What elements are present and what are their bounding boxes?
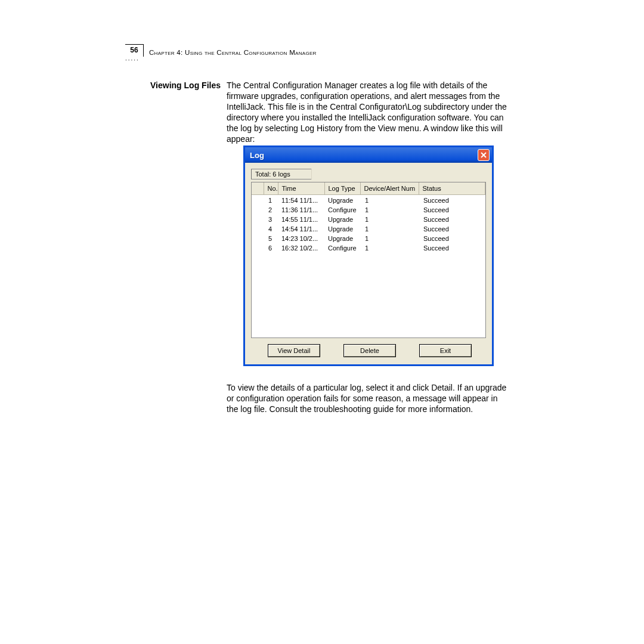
dialog-title: Log [250, 151, 264, 160]
exit-button[interactable]: Exit [419, 344, 472, 357]
row-status-cell: Succeed [419, 243, 485, 252]
col-header-type[interactable]: Log Type [324, 182, 360, 195]
row-status-cell: Succeed [419, 224, 485, 233]
table-row[interactable]: 616:32 10/2...Configure1Succeed [252, 243, 485, 252]
row-no-cell: 4 [264, 224, 278, 233]
row-status-cell: Succeed [419, 233, 485, 243]
row-status-cell: Succeed [419, 214, 485, 224]
total-logs-label: Total: 6 logs [251, 169, 311, 179]
row-device-cell: 1 [360, 195, 419, 205]
row-icon-cell [252, 195, 264, 205]
row-device-cell: 1 [360, 233, 419, 243]
row-time-cell: 16:32 10/2... [278, 243, 324, 252]
row-time-cell: 11:54 11/1... [278, 195, 324, 205]
row-no-cell: 6 [264, 243, 278, 252]
row-device-cell: 1 [360, 243, 419, 252]
dialog-button-row: View Detail Delete Exit [251, 338, 486, 357]
log-table-container[interactable]: No. Time Log Type Device/Alert Num Statu… [251, 182, 486, 338]
section-heading: Viewing Log Files [149, 80, 221, 90]
col-header-device[interactable]: Device/Alert Num [360, 182, 419, 195]
row-time-cell: 11:36 11/1... [278, 205, 324, 214]
row-type-cell: Upgrade [324, 214, 360, 224]
row-icon-cell [252, 233, 264, 243]
col-header-status[interactable]: Status [419, 182, 485, 195]
col-header-no[interactable]: No. [264, 182, 278, 195]
row-time-cell: 14:54 11/1... [278, 224, 324, 233]
row-icon-cell [252, 243, 264, 252]
close-button[interactable] [478, 149, 490, 161]
row-type-cell: Configure [324, 205, 360, 214]
row-no-cell: 2 [264, 205, 278, 214]
row-type-cell: Upgrade [324, 195, 360, 205]
document-page: 56 ····· Chapter 4: Using the Central Co… [0, 0, 644, 644]
page-number-dots: ····· [125, 57, 140, 63]
row-icon-cell [252, 214, 264, 224]
page-number: 56 [125, 44, 144, 57]
delete-button[interactable]: Delete [343, 344, 396, 357]
table-row[interactable]: 111:54 11/1...Upgrade1Succeed [252, 195, 485, 205]
row-no-cell: 3 [264, 214, 278, 224]
close-icon [480, 151, 487, 159]
row-status-cell: Succeed [419, 195, 485, 205]
row-device-cell: 1 [360, 214, 419, 224]
table-row[interactable]: 414:54 11/1...Upgrade1Succeed [252, 224, 485, 233]
row-time-cell: 14:55 11/1... [278, 214, 324, 224]
row-type-cell: Upgrade [324, 224, 360, 233]
body-paragraph-2: To view the details of a particular log,… [227, 382, 507, 414]
row-no-cell: 5 [264, 233, 278, 243]
dialog-titlebar[interactable]: Log [245, 147, 492, 163]
row-icon-cell [252, 224, 264, 233]
table-header-row[interactable]: No. Time Log Type Device/Alert Num Statu… [252, 182, 485, 195]
row-device-cell: 1 [360, 224, 419, 233]
row-no-cell: 1 [264, 195, 278, 205]
row-icon-cell [252, 205, 264, 214]
view-detail-button[interactable]: View Detail [268, 344, 320, 357]
col-header-time[interactable]: Time [278, 182, 324, 195]
body-paragraph-1: The Central Configuration Manager create… [227, 80, 507, 144]
dialog-body: Total: 6 logs No. Time Log Type Device/A [245, 163, 492, 364]
row-time-cell: 14:23 10/2... [278, 233, 324, 243]
log-table: No. Time Log Type Device/Alert Num Statu… [252, 182, 485, 252]
chapter-heading: Chapter 4: Using the Central Configurati… [149, 49, 317, 56]
table-row[interactable]: 514:23 10/2...Upgrade1Succeed [252, 233, 485, 243]
row-type-cell: Upgrade [324, 233, 360, 243]
col-header-icon[interactable] [252, 182, 264, 195]
table-row[interactable]: 211:36 11/1...Configure1Succeed [252, 205, 485, 214]
row-status-cell: Succeed [419, 205, 485, 214]
table-row[interactable]: 314:55 11/1...Upgrade1Succeed [252, 214, 485, 224]
row-type-cell: Configure [324, 243, 360, 252]
log-dialog: Log Total: 6 logs [243, 145, 494, 366]
row-device-cell: 1 [360, 205, 419, 214]
